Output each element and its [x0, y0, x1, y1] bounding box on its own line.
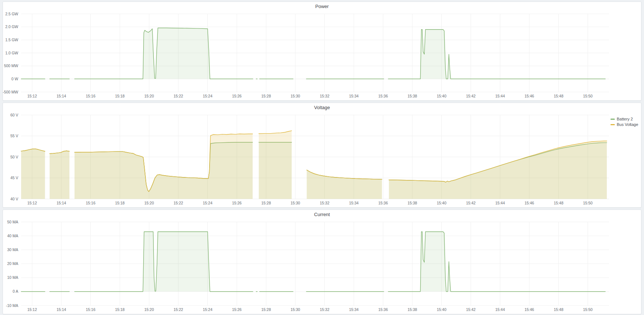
battery-2-series-swatch: [610, 119, 615, 120]
svg-text:1.0 GW: 1.0 GW: [5, 51, 18, 55]
svg-text:15:36: 15:36: [378, 307, 388, 312]
svg-text:15:32: 15:32: [320, 201, 329, 205]
svg-text:20 MA: 20 MA: [7, 261, 18, 266]
svg-text:500 MW: 500 MW: [4, 64, 18, 68]
svg-text:15:12: 15:12: [27, 307, 37, 312]
svg-text:2.0 GW: 2.0 GW: [5, 24, 18, 29]
svg-text:15:30: 15:30: [290, 201, 300, 205]
svg-text:15:50: 15:50: [583, 201, 593, 205]
svg-text:40 MA: 40 MA: [7, 234, 18, 238]
current-panel-title[interactable]: Current: [3, 210, 641, 219]
svg-text:15:40: 15:40: [437, 94, 446, 98]
svg-text:15:42: 15:42: [466, 94, 476, 98]
svg-text:15:18: 15:18: [115, 201, 125, 205]
svg-text:15:32: 15:32: [320, 307, 329, 312]
svg-text:0 A: 0 A: [13, 289, 18, 293]
svg-text:15:46: 15:46: [524, 94, 534, 98]
svg-text:15:48: 15:48: [554, 94, 563, 98]
svg-text:15:28: 15:28: [261, 201, 271, 205]
svg-text:15:30: 15:30: [290, 94, 300, 98]
svg-text:15:36: 15:36: [378, 201, 388, 205]
svg-text:15:26: 15:26: [232, 201, 242, 205]
svg-text:-500 MW: -500 MW: [3, 90, 18, 94]
svg-text:15:48: 15:48: [554, 307, 563, 312]
svg-text:15:16: 15:16: [86, 94, 95, 98]
svg-text:15:38: 15:38: [407, 94, 417, 98]
svg-text:15:16: 15:16: [86, 307, 95, 312]
svg-text:15:34: 15:34: [349, 94, 359, 98]
svg-text:15:26: 15:26: [232, 307, 242, 312]
svg-text:15:34: 15:34: [349, 201, 359, 205]
svg-text:1.5 GW: 1.5 GW: [5, 38, 18, 42]
svg-text:60 V: 60 V: [10, 113, 18, 117]
svg-text:15:24: 15:24: [203, 94, 212, 98]
svg-text:15:26: 15:26: [232, 94, 242, 98]
current-panel: Current 50 MA40 MA30 MA20 MA10 MA0 A-10 …: [3, 210, 641, 314]
svg-text:2.5 GW: 2.5 GW: [5, 12, 18, 16]
svg-text:15:40: 15:40: [437, 307, 446, 312]
svg-text:15:24: 15:24: [203, 201, 212, 205]
svg-text:15:46: 15:46: [524, 201, 534, 205]
svg-text:15:24: 15:24: [203, 307, 212, 312]
svg-text:30 MA: 30 MA: [7, 247, 18, 252]
svg-text:50 MA: 50 MA: [7, 220, 18, 224]
svg-text:15:38: 15:38: [407, 307, 417, 312]
svg-text:15:20: 15:20: [144, 94, 154, 98]
svg-text:15:50: 15:50: [583, 307, 593, 312]
svg-text:45 V: 45 V: [10, 176, 18, 180]
svg-text:15:36: 15:36: [378, 94, 388, 98]
legend-item-bus-voltage[interactable]: Bus Voltage: [610, 122, 638, 127]
svg-text:15:30: 15:30: [290, 307, 300, 312]
power-panel-title[interactable]: Power: [3, 2, 641, 11]
svg-text:15:32: 15:32: [320, 94, 329, 98]
svg-text:15:34: 15:34: [349, 307, 359, 312]
svg-text:15:48: 15:48: [554, 201, 563, 205]
svg-text:15:46: 15:46: [524, 307, 534, 312]
bus-voltage-series-swatch: [610, 124, 615, 125]
svg-text:15:20: 15:20: [144, 201, 154, 205]
voltage-chart[interactable]: 60 V55 V50 V45 V40 V15:1215:1415:1615:18…: [3, 112, 641, 207]
voltage-panel: Voltage 60 V55 V50 V45 V40 V15:1215:1415…: [3, 103, 641, 208]
svg-text:40 V: 40 V: [10, 197, 18, 201]
svg-text:15:42: 15:42: [466, 307, 476, 312]
svg-text:15:50: 15:50: [583, 94, 593, 98]
svg-text:15:20: 15:20: [144, 307, 154, 312]
svg-text:15:22: 15:22: [173, 94, 183, 98]
svg-text:15:14: 15:14: [56, 94, 66, 98]
svg-text:15:28: 15:28: [261, 94, 271, 98]
svg-text:15:12: 15:12: [27, 201, 37, 205]
svg-text:15:18: 15:18: [115, 94, 125, 98]
svg-text:15:44: 15:44: [495, 201, 505, 205]
power-panel: Power 2.5 GW2.0 GW1.5 GW1.0 GW500 MW0 W-…: [3, 1, 641, 101]
svg-text:15:44: 15:44: [495, 307, 505, 312]
svg-text:-10 MA: -10 MA: [6, 303, 18, 308]
svg-text:10 MA: 10 MA: [7, 275, 18, 280]
svg-text:15:28: 15:28: [261, 307, 271, 312]
legend-label: Bus Voltage: [617, 122, 638, 127]
svg-text:15:22: 15:22: [173, 201, 183, 205]
power-chart[interactable]: 2.5 GW2.0 GW1.5 GW1.0 GW500 MW0 W-500 MW…: [3, 11, 641, 100]
svg-text:15:16: 15:16: [86, 201, 95, 205]
voltage-panel-title[interactable]: Voltage: [3, 103, 641, 112]
svg-text:15:22: 15:22: [173, 307, 183, 312]
svg-text:55 V: 55 V: [10, 134, 18, 138]
svg-text:15:44: 15:44: [495, 94, 505, 98]
svg-text:15:14: 15:14: [56, 201, 66, 205]
svg-text:0 W: 0 W: [11, 77, 18, 81]
dashboard: Power 2.5 GW2.0 GW1.5 GW1.0 GW500 MW0 W-…: [0, 0, 644, 315]
legend-item-battery-2[interactable]: Battery 2: [610, 117, 638, 121]
legend-label: Battery 2: [617, 117, 633, 121]
svg-text:15:40: 15:40: [437, 201, 446, 205]
svg-text:15:12: 15:12: [27, 94, 37, 98]
current-chart[interactable]: 50 MA40 MA30 MA20 MA10 MA0 A-10 MA15:121…: [3, 219, 641, 314]
svg-text:15:18: 15:18: [115, 307, 125, 312]
voltage-legend: Battery 2 Bus Voltage: [610, 117, 638, 127]
svg-text:50 V: 50 V: [10, 155, 18, 159]
svg-text:15:42: 15:42: [466, 201, 476, 205]
svg-text:15:38: 15:38: [407, 201, 417, 205]
svg-text:15:14: 15:14: [56, 307, 66, 312]
